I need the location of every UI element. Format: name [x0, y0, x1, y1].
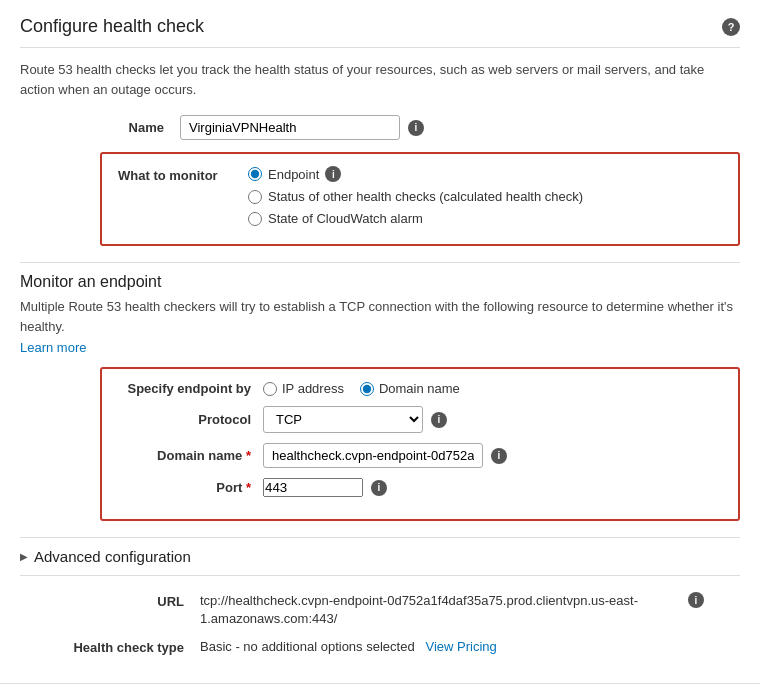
domain-name-control: i [263, 443, 507, 468]
url-label: URL [20, 592, 200, 609]
monitor-option-cloudwatch[interactable]: State of CloudWatch alarm [248, 211, 583, 226]
page-description: Route 53 health checks let you track the… [20, 60, 740, 99]
triangle-icon: ▶ [20, 551, 28, 562]
name-label: Name [20, 120, 180, 135]
main-content: Configure health check ? Route 53 health… [0, 0, 760, 683]
monitor-option-cloudwatch-label: State of CloudWatch alarm [268, 211, 423, 226]
what-to-monitor-box: What to monitor Endpoint i Status of oth… [100, 152, 740, 246]
monitor-endpoint-info-icon[interactable]: i [325, 166, 341, 182]
learn-more-link[interactable]: Learn more [20, 340, 86, 355]
advanced-section[interactable]: ▶ Advanced configuration [20, 537, 740, 576]
section-divider-1 [20, 262, 740, 263]
domain-name-input[interactable] [263, 443, 483, 468]
monitor-option-endpoint[interactable]: Endpoint i [248, 166, 583, 182]
monitor-option-endpoint-label: Endpoint [268, 167, 319, 182]
advanced-label: Advanced configuration [34, 548, 191, 565]
name-info-icon[interactable]: i [408, 120, 424, 136]
endpoint-box: Specify endpoint by IP address Domain na… [100, 367, 740, 521]
page-footer: * Required Cancel Next [0, 683, 760, 691]
url-text: tcp://healthcheck.cvpn-endpoint-0d752a1f… [200, 593, 638, 626]
port-row: Port i [118, 478, 722, 497]
domain-name-label: Domain name [118, 448, 263, 463]
page-container: Configure health check ? Route 53 health… [0, 0, 760, 691]
specify-endpoint-row: Specify endpoint by IP address Domain na… [118, 381, 722, 396]
protocol-info-icon[interactable]: i [431, 412, 447, 428]
name-control: i [180, 115, 424, 140]
domain-name-info-icon[interactable]: i [491, 448, 507, 464]
url-value: tcp://healthcheck.cvpn-endpoint-0d752a1f… [200, 592, 680, 628]
specify-endpoint-radio-group: IP address Domain name [263, 381, 460, 396]
monitor-radio-group: Endpoint i Status of other health checks… [248, 166, 583, 226]
health-check-type-row: Health check type Basic - no additional … [20, 638, 740, 655]
name-row: Name i [20, 115, 740, 140]
url-info-icon[interactable]: i [688, 592, 704, 608]
port-control: i [263, 478, 387, 497]
monitor-row: What to monitor Endpoint i Status of oth… [118, 166, 722, 226]
what-to-monitor-label: What to monitor [118, 166, 248, 183]
specify-domain-label: Domain name [379, 381, 460, 396]
specify-ip-option[interactable]: IP address [263, 381, 344, 396]
domain-name-row: Domain name i [118, 443, 722, 468]
health-check-type-label: Health check type [20, 638, 200, 655]
specify-ip-label: IP address [282, 381, 344, 396]
specify-domain-option[interactable]: Domain name [360, 381, 460, 396]
monitor-option-health-checks[interactable]: Status of other health checks (calculate… [248, 189, 583, 204]
monitor-endpoint-heading: Monitor an endpoint [20, 273, 740, 291]
monitor-endpoint-description: Multiple Route 53 health checkers will t… [20, 297, 740, 336]
health-check-type-text: Basic - no additional options selected [200, 639, 415, 654]
protocol-label: Protocol [118, 412, 263, 427]
port-info-icon[interactable]: i [371, 480, 387, 496]
specify-endpoint-label: Specify endpoint by [118, 381, 263, 396]
protocol-control: HTTP HTTPS TCP i [263, 406, 447, 433]
protocol-select[interactable]: HTTP HTTPS TCP [263, 406, 423, 433]
port-input[interactable] [263, 478, 363, 497]
view-pricing-link[interactable]: View Pricing [426, 639, 497, 654]
page-title: Configure health check [20, 16, 204, 37]
name-input[interactable] [180, 115, 400, 140]
health-check-type-value: Basic - no additional options selected V… [200, 639, 497, 654]
url-row: URL tcp://healthcheck.cvpn-endpoint-0d75… [20, 592, 740, 628]
protocol-row: Protocol HTTP HTTPS TCP i [118, 406, 722, 433]
url-section: URL tcp://healthcheck.cvpn-endpoint-0d75… [20, 592, 740, 655]
page-header: Configure health check ? [20, 16, 740, 48]
monitor-option-health-checks-label: Status of other health checks (calculate… [268, 189, 583, 204]
port-label: Port [118, 480, 263, 495]
help-icon[interactable]: ? [722, 18, 740, 36]
